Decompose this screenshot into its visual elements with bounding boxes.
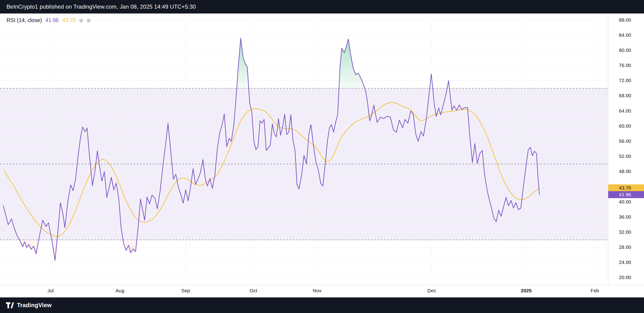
y-axis-label: 32.00 [619,229,631,235]
y-axis-label: 64.00 [619,108,631,114]
x-axis-label: Aug [116,288,124,294]
footer-bar: TradingView [0,298,644,313]
tradingview-link[interactable]: TradingView [6,302,52,308]
x-axis-label: Oct [250,288,257,294]
y-axis-label: 36.00 [619,214,631,220]
rsi-value: 41.96 [45,17,59,24]
x-axis-label: Dec [427,288,436,294]
ma-value: 43.70 [62,17,76,24]
muted-source-icon: ⊘ [79,18,83,23]
y-axis-label: 88.00 [619,17,631,23]
x-axis-label: Nov [313,288,321,294]
y-axis-label: 80.00 [619,48,631,53]
y-axis-label: 60.00 [619,123,631,129]
x-axis-label: 2025 [521,288,532,294]
time-axis-separator [0,285,644,285]
publish-bar: BeInCrypto1 published on TradingView.com… [0,0,644,14]
axis-value-badge: 41.96 [608,191,644,198]
y-axis-label: 84.00 [619,32,631,38]
price-axis[interactable]: 88.0084.0080.0076.0072.0068.0064.0060.00… [608,14,644,285]
y-axis-label: 68.00 [619,93,631,98]
x-axis-label: Jul [48,288,54,294]
tradingview-logo [6,302,14,308]
chart-pane: RSI (14, close) 41.96 43.70 ⊘ ⊘ 88.0084.… [0,14,644,298]
publish-text: BeInCrypto1 published on TradingView.com… [6,4,196,10]
y-axis-label: 48.00 [619,168,631,174]
y-axis-label: 28.00 [619,244,631,250]
y-axis-label: 40.00 [619,199,631,205]
footer-brand-text: TradingView [17,302,52,308]
indicator-legend: RSI (14, close) 41.96 43.70 ⊘ ⊘ [6,17,91,24]
indicator-title[interactable]: RSI (14, close) [6,17,42,24]
y-axis-label: 56.00 [619,138,631,144]
y-axis-label: 20.00 [619,275,631,280]
x-axis-label: Feb [590,288,599,294]
y-axis-label: 72.00 [619,78,631,83]
x-axis-label: Sep [181,288,190,294]
muted-source-icon: ⊘ [87,18,91,23]
y-axis-label: 24.00 [619,260,631,265]
time-axis[interactable]: JulAugSepOctNovDec2025Feb [0,288,608,296]
plot-svg[interactable] [0,14,608,298]
y-axis-label: 52.00 [619,154,631,159]
y-axis-label: 76.00 [619,62,631,68]
axis-value-badge: 43.70 [608,184,644,192]
